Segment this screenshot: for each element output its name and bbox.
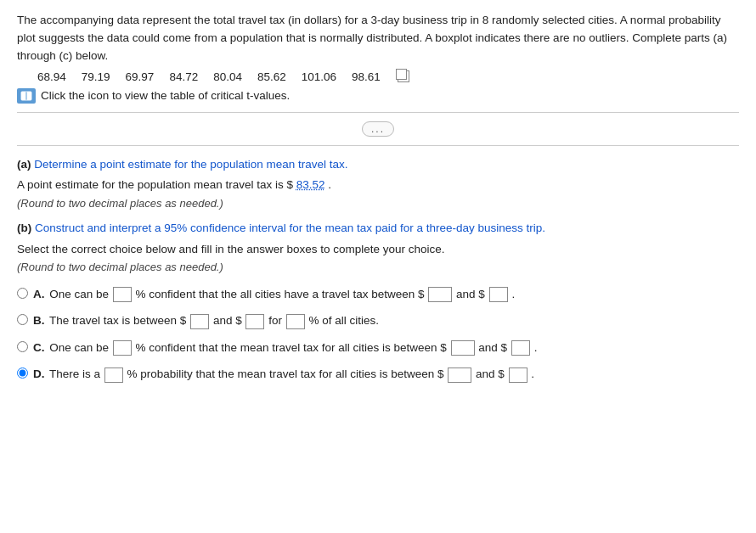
choice-d-row: D. There is a % probability that the mea… <box>17 365 739 384</box>
choice-a-text1: One can be <box>49 288 112 300</box>
intro-text: The accompanying data represent the tota… <box>17 14 727 62</box>
choice-d-label: D. <box>33 367 45 380</box>
choice-b-label: B. <box>33 314 45 327</box>
part-a-section: (a) Determine a point estimate for the p… <box>17 158 739 210</box>
choice-b-text3: for <box>268 314 285 327</box>
part-a-label: (a) <box>17 158 31 171</box>
choice-b-box2[interactable] <box>245 314 264 329</box>
expand-button-container: ... <box>17 121 739 137</box>
choice-b-text2: and $ <box>213 314 242 327</box>
choice-b-radio[interactable] <box>17 314 28 325</box>
choice-d-radio[interactable] <box>17 367 28 379</box>
part-a-question: (a) Determine a point estimate for the p… <box>17 158 739 171</box>
choice-b-row: B. The travel tax is between $ and $ for… <box>17 311 739 330</box>
data-val-7: 101.06 <box>302 70 336 83</box>
choice-a-and: and $ <box>456 288 485 300</box>
divider-bottom <box>17 145 739 146</box>
book-icon[interactable] <box>17 88 36 104</box>
choice-d-period: . <box>531 367 534 380</box>
choice-a-label: A. <box>33 288 45 300</box>
choice-a-period: . <box>511 288 515 300</box>
choice-c-content: C. One can be % confident that the mean … <box>33 339 537 357</box>
select-instruction-1: Select the correct choice below and fill… <box>17 243 445 255</box>
data-values-row: 68.94 79.19 69.97 84.72 80.04 85.62 101.… <box>37 70 739 83</box>
part-b-section: (b) Construct and interpret a 95% confid… <box>17 222 739 384</box>
part-b-question: (b) Construct and interpret a 95% confid… <box>17 222 739 234</box>
select-instruction: Select the correct choice below and fill… <box>17 241 739 277</box>
part-a-answer-value: 83.52 <box>296 178 325 191</box>
copy-icon[interactable] <box>398 70 409 82</box>
choice-c-radio[interactable] <box>17 341 28 352</box>
choice-b-text4: % of all cities. <box>309 314 380 327</box>
choice-d-and: and $ <box>476 367 505 380</box>
choice-b-content: B. The travel tax is between $ and $ for… <box>33 311 379 330</box>
data-val-6: 85.62 <box>257 70 286 83</box>
choice-d-text1: There is a <box>49 367 104 380</box>
part-a-question-text: Determine a point estimate for the popul… <box>34 158 347 171</box>
expand-button[interactable]: ... <box>362 121 394 137</box>
part-b-question-text: Construct and interpret a 95% confidence… <box>35 222 545 234</box>
data-val-4: 84.72 <box>169 70 198 83</box>
choice-c-label: C. <box>33 341 45 354</box>
choice-b-box3[interactable] <box>286 314 305 329</box>
choice-a-box2[interactable] <box>428 287 452 302</box>
part-b-label: (b) <box>17 222 31 234</box>
select-instruction-2: (Round to two decimal places as needed.) <box>17 261 223 273</box>
choice-c-box3[interactable] <box>511 340 530 356</box>
choice-d-box2[interactable] <box>448 367 471 383</box>
data-val-3: 69.97 <box>126 70 155 83</box>
choice-c-box2[interactable] <box>451 340 475 356</box>
choice-b-box1[interactable] <box>190 314 209 329</box>
divider-top <box>17 112 739 113</box>
choice-d-box1[interactable] <box>104 367 123 383</box>
data-val-5: 80.04 <box>213 70 242 83</box>
choice-d-text2: % probability that the mean travel tax f… <box>127 367 444 380</box>
part-a-note: (Round to two decimal places as needed.) <box>17 197 739 210</box>
part-a-period: . <box>328 178 331 191</box>
choice-a-content: A. One can be % confident that the all c… <box>33 285 515 304</box>
intro-paragraph: The accompanying data represent the tota… <box>17 12 739 65</box>
data-val-1: 68.94 <box>37 70 66 83</box>
choice-d-content: D. There is a % probability that the mea… <box>33 365 534 384</box>
choice-d-box3[interactable] <box>509 367 528 383</box>
choice-c-period: . <box>534 341 538 354</box>
choice-a-text2: % confident that the all cities have a t… <box>136 288 425 300</box>
choice-a-box1[interactable] <box>113 287 132 302</box>
data-val-8: 98.61 <box>352 70 381 83</box>
data-val-2: 79.19 <box>82 70 110 83</box>
critical-link-row: Click the icon to view the table of crit… <box>17 88 739 104</box>
part-a-answer-line: A point estimate for the population mean… <box>17 176 739 195</box>
choice-c-and: and $ <box>478 341 507 354</box>
choice-c-row: C. One can be % confident that the mean … <box>17 339 739 357</box>
choice-c-box1[interactable] <box>113 340 132 356</box>
choice-b-text1: The travel tax is between $ <box>49 314 186 327</box>
choice-c-text2: % confident that the mean travel tax for… <box>136 341 447 354</box>
choice-a-row: A. One can be % confident that the all c… <box>17 285 739 304</box>
choice-a-box3[interactable] <box>489 287 508 302</box>
part-a-answer-prefix: A point estimate for the population mean… <box>17 178 293 191</box>
choice-c-text1: One can be <box>49 341 112 354</box>
critical-link-text[interactable]: Click the icon to view the table of crit… <box>41 89 290 102</box>
choice-a-radio[interactable] <box>17 288 28 299</box>
